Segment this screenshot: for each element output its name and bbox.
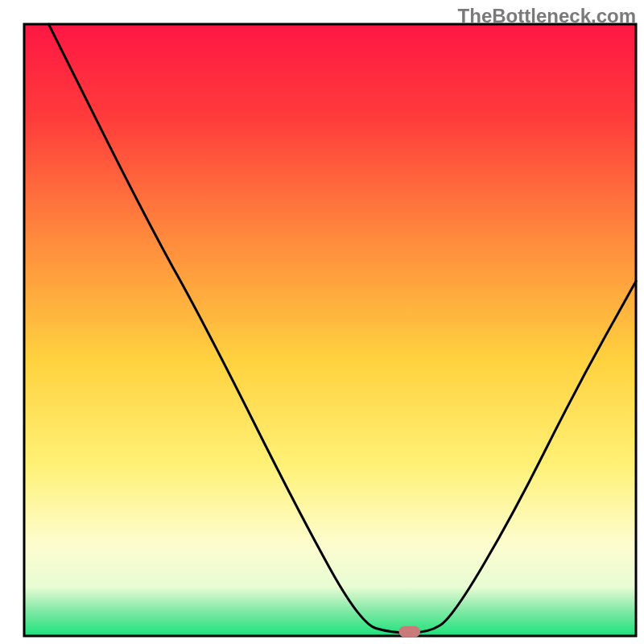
chart-background: [24, 24, 636, 636]
chart-container: TheBottleneck.com: [0, 0, 644, 644]
watermark-text: TheBottleneck.com: [458, 5, 636, 27]
optimal-marker: [399, 626, 421, 638]
bottleneck-chart: [0, 0, 644, 644]
